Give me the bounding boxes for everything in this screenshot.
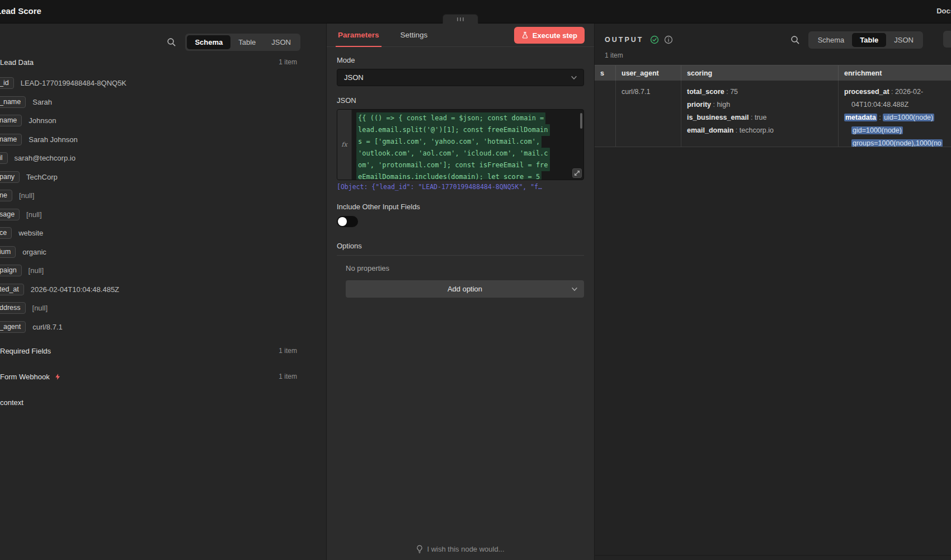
schema-field-row: panyTechCorp — [0, 168, 297, 187]
code-line: s = ['gmail.com', 'yahoo.com', 'hotmail.… — [356, 136, 542, 148]
info-icon[interactable] — [664, 35, 673, 44]
docs-link[interactable]: Docs — [936, 7, 951, 15]
field-value: Johnson — [29, 116, 56, 125]
column-header-truncated: s — [595, 65, 616, 81]
field-key-pill[interactable]: _id — [0, 77, 14, 89]
output-view-tabs: Schema Table JSON — [808, 31, 923, 49]
output-tab-json[interactable]: JSON — [886, 33, 921, 47]
no-properties-text: No properties — [337, 264, 584, 272]
field-key-pill[interactable]: paign — [0, 265, 22, 276]
output-panel-header: OUTPUT Schema Table JSON — [595, 23, 951, 48]
schema-field-row: _nameSarah — [0, 93, 297, 112]
output-table-header: s user_agent scoring enrichment — [595, 65, 951, 81]
field-key-pill[interactable]: ted_at — [0, 284, 24, 295]
code-line: {{ (() => { const lead = $json; const do… — [356, 112, 545, 124]
field-key-pill[interactable]: pany — [0, 171, 20, 183]
selected-text: metadata — [844, 114, 877, 121]
input-tab-json[interactable]: JSON — [263, 35, 299, 49]
chevron-down-icon — [570, 74, 578, 82]
schema-field-list: _idLEAD-1770199488484-8QNQ5K _nameSarah … — [0, 74, 297, 336]
expand-icon — [575, 171, 580, 176]
field-key-pill[interactable]: name — [0, 115, 22, 126]
code-line: eEmailDomains.includes(domain); let scor… — [356, 171, 542, 180]
execute-step-label: Execute step — [533, 31, 577, 40]
input-tab-table[interactable]: Table — [230, 35, 263, 49]
lightbulb-icon — [416, 545, 423, 553]
success-check-icon — [650, 35, 659, 44]
editor-code[interactable]: {{ (() => { const lead = $json; const do… — [352, 110, 583, 180]
schema-field-row: ne[null] — [0, 186, 297, 205]
mode-select[interactable]: JSON — [337, 69, 584, 86]
panel-drag-handle[interactable] — [442, 14, 478, 23]
node-settings-panel: Parameters Settings Execute step Mode JS… — [327, 23, 594, 560]
section-context[interactable]: context — [0, 391, 297, 413]
selected-text: gid=1000(node) — [851, 126, 903, 134]
schema-field-row: ilsarah@techcorp.io — [0, 149, 297, 168]
section-required-fields-count: 1 item — [279, 347, 297, 355]
trigger-bolt-icon — [54, 373, 62, 380]
cell-enrichment: processed_at : 2026-02- 04T10:04:48.488Z… — [839, 81, 951, 147]
field-value: LEAD-1770199488484-8QNQ5K — [21, 79, 126, 87]
schema-field-row: _agentcurl/8.7.1 — [0, 318, 297, 337]
output-search-icon[interactable] — [790, 35, 800, 45]
input-view-tabs: Schema Table JSON — [185, 34, 300, 51]
execute-step-button[interactable]: Execute step — [514, 27, 585, 44]
field-value: organic — [22, 248, 46, 256]
field-key-pill[interactable]: sage — [0, 209, 20, 220]
node-feedback-link[interactable]: I wish this node would... — [327, 545, 594, 553]
section-lead-data-label: Lead Data — [0, 58, 34, 67]
field-value: [null] — [29, 266, 44, 275]
editor-expand-button[interactable] — [572, 168, 582, 178]
input-panel: Schema Table JSON Lead Data 1 item _idLE… — [0, 23, 327, 560]
tab-parameters[interactable]: Parameters — [336, 23, 382, 47]
field-key-pill[interactable]: ne — [0, 190, 12, 201]
field-key-pill[interactable]: name — [0, 134, 22, 145]
code-line: om', 'protonmail.com']; const isFreeEmai… — [356, 159, 550, 171]
json-field-label: JSON — [337, 96, 584, 105]
node-title: Lead Score — [0, 6, 41, 16]
output-tab-table[interactable]: Table — [852, 33, 886, 47]
field-value: [null] — [26, 210, 41, 219]
output-tab-schema[interactable]: Schema — [810, 33, 853, 47]
field-value: sarah@techcorp.io — [15, 154, 76, 162]
input-schema-body: Lead Data 1 item _idLEAD-1770199488484-8… — [0, 54, 326, 413]
section-lead-data[interactable]: Lead Data 1 item — [0, 54, 297, 70]
json-expression-editor[interactable]: fx {{ (() => { const lead = $json; const… — [337, 109, 584, 180]
output-panel: OUTPUT Schema Table JSON 1 item s user_a… — [594, 23, 951, 560]
section-form-webhook[interactable]: Form Webhook 1 item — [0, 365, 297, 388]
mode-select-value: JSON — [344, 73, 364, 82]
toggle-knob — [338, 217, 347, 226]
field-value: [null] — [19, 191, 34, 200]
add-option-select[interactable]: Add option — [346, 280, 584, 298]
section-form-webhook-count: 1 item — [279, 373, 297, 380]
selected-text: groups=1000(node),1000(no — [851, 139, 943, 147]
clipped-control[interactable] — [943, 31, 951, 48]
input-search-icon[interactable] — [167, 37, 176, 47]
schema-field-row: paign[null] — [0, 261, 297, 280]
input-panel-header: Schema Table JSON — [0, 23, 326, 50]
cell-user-agent: curl/8.7.1 — [616, 81, 681, 147]
node-feedback-label: I wish this node would... — [427, 545, 504, 553]
field-value: Sarah — [32, 98, 52, 106]
cell-truncated — [595, 81, 616, 147]
include-other-fields-label: Include Other Input Fields — [337, 203, 584, 211]
field-value: Sarah Johnson — [29, 135, 77, 144]
add-option-label: Add option — [448, 285, 482, 293]
field-key-pill[interactable]: ce — [0, 227, 12, 239]
field-value: curl/8.7.1 — [32, 323, 62, 331]
section-required-fields[interactable]: Required Fields 1 item — [0, 340, 297, 362]
field-key-pill[interactable]: ium — [0, 246, 16, 258]
field-value: website — [18, 229, 43, 237]
input-tab-schema[interactable]: Schema — [187, 35, 230, 49]
field-key-pill[interactable]: _agent — [0, 321, 26, 333]
schema-field-row: cewebsite — [0, 224, 297, 243]
output-table-row[interactable]: curl/8.7.1 total_score : 75 priority : h… — [595, 81, 951, 147]
editor-scrollbar[interactable] — [580, 113, 582, 129]
include-other-fields-toggle[interactable] — [337, 216, 358, 227]
field-key-pill[interactable]: ddress — [0, 302, 26, 314]
fx-icon: fx — [341, 141, 347, 148]
field-key-pill[interactable]: il — [0, 152, 8, 164]
field-key-pill[interactable]: _name — [0, 96, 26, 108]
code-line: lead.email.split('@')[1]; const freeEmai… — [356, 124, 550, 136]
tab-settings[interactable]: Settings — [398, 23, 430, 47]
